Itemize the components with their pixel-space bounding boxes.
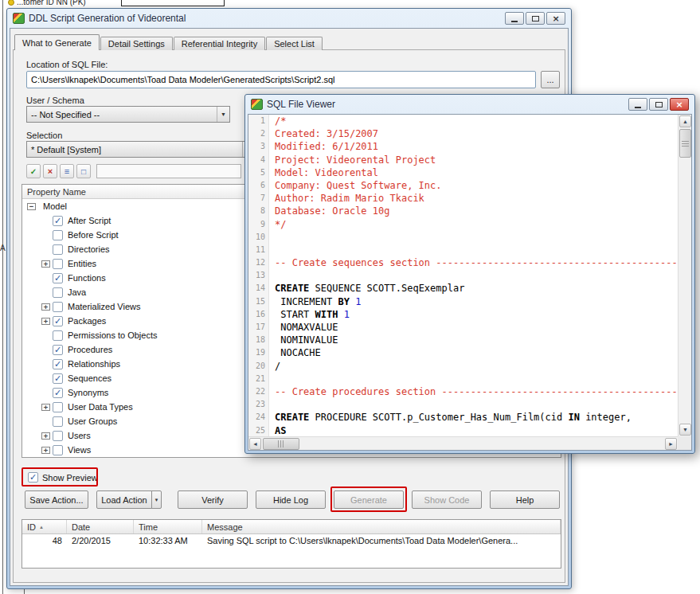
vertical-scrollbar-thumb[interactable]: [679, 129, 691, 158]
line-number: 22: [248, 385, 269, 398]
load-action-button-dropdown[interactable]: ▼: [151, 490, 162, 509]
verify-button[interactable]: Verify: [178, 490, 248, 509]
checkbox[interactable]: [53, 259, 63, 269]
tree-item-label: Before Script: [68, 230, 119, 240]
checkbox[interactable]: [53, 416, 63, 427]
vertical-scrollbar[interactable]: ▲ ▼: [678, 115, 691, 436]
scroll-down-icon[interactable]: ▼: [679, 424, 691, 436]
close-button[interactable]: ×: [546, 12, 565, 25]
show-code-button[interactable]: Show Code: [412, 490, 482, 509]
line-number: 21: [248, 373, 269, 385]
checkbox[interactable]: [53, 230, 63, 240]
checkbox[interactable]: [53, 244, 63, 255]
main-titlebar[interactable]: DDL Script Generation of Videorental ×: [10, 9, 569, 28]
expand-icon[interactable]: +: [41, 432, 50, 440]
expand-icon[interactable]: +: [41, 260, 50, 268]
checkbox[interactable]: ✓: [53, 373, 63, 384]
line-number: 2: [248, 127, 269, 140]
expand-icon[interactable]: +: [41, 447, 50, 454]
log-rows: 482/20/201510:32:33 AMSaving SQL script …: [22, 534, 561, 547]
background-diagram-fragment: ...tomer ID NN (PK): [8, 0, 86, 6]
checkbox[interactable]: [53, 402, 63, 412]
hide-log-button[interactable]: Hide Log: [256, 490, 326, 509]
invert-selection-icon[interactable]: [60, 164, 74, 178]
checkbox[interactable]: [53, 431, 63, 441]
help-button[interactable]: Help: [490, 490, 560, 509]
select-all-icon[interactable]: [26, 164, 41, 178]
expand-icon[interactable]: +: [41, 303, 50, 311]
line-number: 7: [248, 192, 269, 205]
preview-settings-icon[interactable]: [76, 164, 91, 178]
scroll-left-icon[interactable]: ◄: [249, 438, 261, 450]
tree-item-label: Procedures: [68, 345, 112, 354]
filter-input[interactable]: [96, 164, 241, 178]
tab-detail-settings[interactable]: Detail Settings: [100, 37, 173, 50]
tree-item-label: Synonyms: [68, 388, 108, 397]
tab-select-list[interactable]: Select List: [266, 37, 323, 50]
checkbox[interactable]: [53, 330, 63, 341]
tree-item-label: Packages: [68, 316, 106, 326]
save-action-button[interactable]: Save Action...: [25, 490, 88, 509]
tree-item-label: Entities: [68, 259, 96, 268]
maximize-button[interactable]: [649, 98, 668, 111]
code-area[interactable]: 1/*2Created: 3/15/20073Modified: 6/1/201…: [248, 115, 678, 436]
line-number: 4: [248, 154, 269, 166]
minimize-icon: [635, 107, 641, 108]
window-controls: ×: [628, 98, 689, 111]
checkbox[interactable]: ✓: [53, 316, 63, 326]
tree-item-label: Views: [68, 445, 91, 455]
sql-viewer-titlebar[interactable]: SQL File Viewer ×: [248, 95, 692, 114]
checkbox-checked-icon[interactable]: ✓: [28, 472, 38, 483]
sort-ascending-icon: ▲: [39, 525, 44, 530]
close-button[interactable]: ×: [670, 98, 689, 111]
tree-item-label: Functions: [68, 273, 106, 283]
tree-item-label: Directories: [68, 244, 110, 254]
checkbox[interactable]: [53, 287, 63, 298]
collapse-icon[interactable]: −: [27, 203, 36, 210]
checkbox[interactable]: [53, 445, 63, 455]
checkbox[interactable]: ✓: [53, 216, 63, 226]
browse-button[interactable]: ...: [541, 71, 560, 88]
sql-editor[interactable]: 1/*2Created: 3/15/20073Modified: 6/1/201…: [248, 114, 692, 451]
show-preview-checkbox[interactable]: ✓ Show Preview: [28, 472, 98, 483]
clear-selection-icon[interactable]: [43, 164, 57, 178]
log-column-header-message[interactable]: Message: [202, 520, 561, 533]
checkbox[interactable]: ✓: [53, 345, 63, 355]
selection-select[interactable]: * Default [System] ▼: [26, 141, 256, 158]
checkbox[interactable]: ✓: [53, 273, 63, 283]
horizontal-scrollbar[interactable]: ◄ ►: [248, 436, 678, 450]
checkbox[interactable]: ✓: [53, 388, 63, 398]
scroll-up-icon[interactable]: ▲: [679, 115, 691, 127]
show-preview-label: Show Preview: [42, 473, 98, 483]
log-row[interactable]: 482/20/201510:32:33 AMSaving SQL script …: [22, 534, 561, 547]
checkbox[interactable]: [53, 302, 63, 312]
tab-referential-integrity[interactable]: Referential Integrity: [174, 37, 265, 50]
background-ruler-letter: A: [0, 244, 6, 252]
tab-what-to-generate[interactable]: What to Generate: [14, 34, 100, 50]
minimize-button[interactable]: [505, 12, 524, 25]
tree-item-label: Relationships: [68, 359, 120, 369]
expand-icon[interactable]: +: [41, 318, 50, 325]
checkbox[interactable]: ✓: [53, 359, 63, 369]
tree-item-label: Permissions to Objects: [68, 330, 157, 340]
minimize-button[interactable]: [628, 98, 647, 111]
location-label: Location of SQL File:: [26, 60, 108, 69]
line-number: 17: [248, 321, 269, 334]
log-column-header-id[interactable]: ID▲: [22, 520, 67, 533]
maximize-button[interactable]: [526, 12, 545, 25]
user-schema-select[interactable]: -- Not Specified -- ▼: [26, 106, 230, 123]
close-icon: ×: [552, 14, 559, 23]
sql-file-path-input[interactable]: [26, 71, 536, 88]
tree-item-label: Java: [68, 287, 86, 297]
tree-item-label: Sequences: [68, 373, 111, 383]
toad-app-icon: [251, 99, 263, 110]
log-column-header-time[interactable]: Time: [134, 520, 202, 533]
expand-icon[interactable]: +: [41, 404, 50, 411]
horizontal-scrollbar-thumb[interactable]: [263, 438, 299, 450]
line-number: 12: [248, 256, 269, 269]
scroll-right-icon[interactable]: ►: [665, 438, 677, 450]
log-column-header-date[interactable]: Date: [67, 520, 134, 533]
load-action-button[interactable]: Load Action: [96, 490, 152, 509]
generate-button[interactable]: Generate: [334, 490, 404, 509]
line-number: 13: [248, 269, 269, 282]
